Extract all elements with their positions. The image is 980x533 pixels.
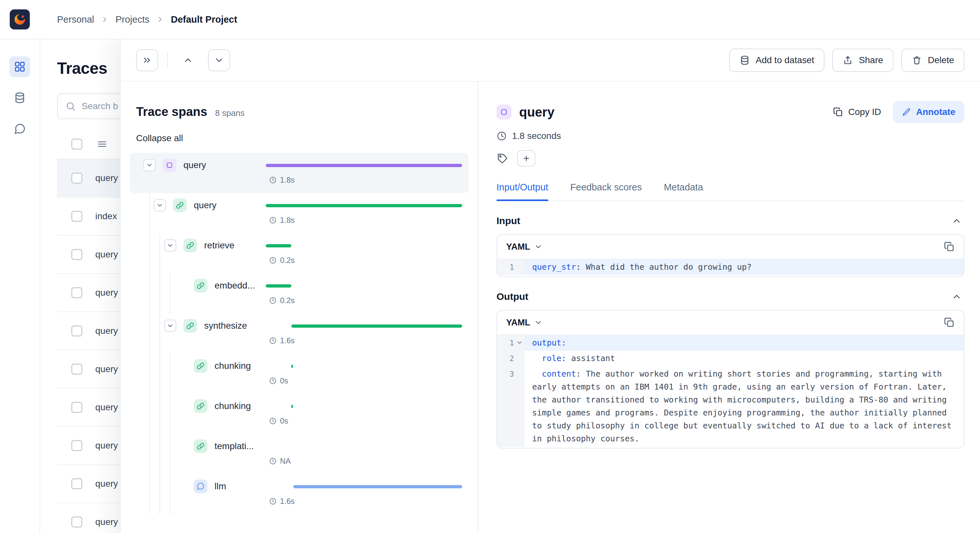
chevron-down-icon xyxy=(167,242,174,249)
comet-logo[interactable] xyxy=(10,10,30,30)
clock-icon xyxy=(269,377,277,385)
span-row[interactable]: embedd...0.2s xyxy=(130,273,469,314)
span-timeline: 1.8s xyxy=(266,156,462,193)
span-row[interactable]: query1.8s xyxy=(130,153,469,193)
span-name: chunking xyxy=(215,401,251,411)
span-name: query xyxy=(183,160,206,170)
row-checkbox[interactable] xyxy=(71,517,82,528)
duration-text: 0s xyxy=(280,376,288,385)
span-row-label-area: query xyxy=(136,156,266,174)
output-format-label: YAML xyxy=(506,318,530,328)
input-format-select[interactable]: YAML xyxy=(506,242,542,252)
share-button[interactable]: Share xyxy=(832,49,894,72)
input-codebox-header: YAML xyxy=(497,235,964,259)
collapse-output-icon[interactable] xyxy=(951,292,962,302)
collapse-span-button[interactable] xyxy=(164,320,176,332)
trace-icon xyxy=(163,159,176,172)
collapse-input-icon[interactable] xyxy=(951,216,962,226)
output-codebox: YAML 1output:2 role: assistant3 content:… xyxy=(496,310,964,449)
span-row[interactable]: chunking0s xyxy=(130,354,469,394)
span-row[interactable]: synthesize1.6s xyxy=(130,314,469,354)
clock-icon xyxy=(269,176,277,184)
sidebar-item-message[interactable] xyxy=(10,119,30,139)
collapse-all-button[interactable]: Collapse all xyxy=(136,133,183,143)
search-icon xyxy=(65,101,76,111)
row-checkbox[interactable] xyxy=(71,364,82,374)
duration-text: 1.8 seconds xyxy=(512,131,561,141)
span-duration: 1.6s xyxy=(269,497,294,506)
top-bar: PersonalProjectsDefault Project xyxy=(0,0,980,40)
output-code: 1output:2 role: assistant3 content: The … xyxy=(497,335,964,448)
span-row[interactable]: chunking0s xyxy=(130,394,469,434)
trash-icon xyxy=(912,55,922,65)
trace-spans-panel: Trace spans 8 spans Collapse all query1.… xyxy=(121,82,478,533)
row-checkbox[interactable] xyxy=(71,249,82,260)
row-checkbox[interactable] xyxy=(71,478,82,489)
row-checkbox[interactable] xyxy=(71,325,82,336)
span-duration: NA xyxy=(269,457,291,466)
fold-icon[interactable] xyxy=(516,339,523,346)
input-code: 1query_str: What did the author do growi… xyxy=(497,259,964,276)
chevron-down-icon xyxy=(534,243,542,251)
span-row-label-area: query xyxy=(136,196,266,214)
sidebar-item-database[interactable] xyxy=(10,87,30,108)
span-row[interactable]: query1.8s xyxy=(130,193,469,233)
tab-feedback-scores[interactable]: Feedback scores xyxy=(570,182,642,200)
clock-icon xyxy=(269,497,277,505)
duration-bar xyxy=(291,324,462,328)
add-to-dataset-button[interactable]: Add to dataset xyxy=(729,49,825,72)
row-checkbox[interactable] xyxy=(71,173,82,184)
prev-trace-button[interactable] xyxy=(177,49,199,71)
breadcrumb-item[interactable]: Projects xyxy=(115,14,150,25)
row-checkbox[interactable] xyxy=(71,440,82,451)
span-duration: 0.2s xyxy=(269,296,294,305)
breadcrumb: PersonalProjectsDefault Project xyxy=(57,14,237,25)
copy-icon xyxy=(833,107,843,117)
add-tag-button[interactable] xyxy=(517,150,535,167)
line-number-text: 2 xyxy=(509,352,514,365)
row-checkbox[interactable] xyxy=(71,402,82,413)
span-timeline: 1.6s xyxy=(266,317,462,354)
collapse-span-button[interactable] xyxy=(154,199,166,211)
row-checkbox[interactable] xyxy=(71,211,82,222)
copy-output-icon[interactable] xyxy=(944,317,955,328)
body: Traces queryindexqueryqueryqueryqueryque… xyxy=(0,40,980,533)
collapse-span-button[interactable] xyxy=(164,239,176,252)
span-duration: 0s xyxy=(269,376,288,385)
detail-tabs: Input/OutputFeedback scoresMetadata xyxy=(496,182,964,201)
detail-tags xyxy=(496,150,964,167)
expand-panel-button[interactable] xyxy=(136,49,158,71)
next-trace-button[interactable] xyxy=(208,49,230,71)
sidebar-item-grid[interactable] xyxy=(10,56,30,77)
copy-id-button[interactable]: Copy ID xyxy=(826,102,888,122)
span-row[interactable]: llm1.6s xyxy=(130,474,469,514)
clock-icon xyxy=(269,257,277,264)
span-row[interactable]: retrieve0.2s xyxy=(130,233,469,273)
line-number: 2 xyxy=(497,351,524,366)
tab-metadata[interactable]: Metadata xyxy=(664,182,703,200)
select-all-checkbox[interactable] xyxy=(71,139,82,150)
row-checkbox[interactable] xyxy=(71,287,82,298)
span-duration: 0.2s xyxy=(269,256,294,265)
duration-bar xyxy=(266,204,462,207)
delete-button[interactable]: Delete xyxy=(901,49,964,72)
duration-bar xyxy=(266,164,462,167)
collapse-span-button[interactable] xyxy=(143,159,156,171)
span-timeline: 1.6s xyxy=(266,477,462,514)
share-icon xyxy=(843,55,853,65)
tab-input-output[interactable]: Input/Output xyxy=(496,182,548,200)
output-format-select[interactable]: YAML xyxy=(506,318,542,328)
output-codebox-header: YAML xyxy=(497,311,964,335)
span-name: chunking xyxy=(215,361,251,371)
breadcrumb-item[interactable]: Default Project xyxy=(171,14,237,25)
copy-input-icon[interactable] xyxy=(944,241,955,252)
span-timeline: 0s xyxy=(266,357,462,394)
trace-row-label: query xyxy=(95,517,118,527)
span-row[interactable]: templati...NA xyxy=(130,434,469,474)
span-icon xyxy=(183,319,197,333)
columns-menu-icon[interactable] xyxy=(97,139,108,150)
trace-row-label: query xyxy=(95,249,118,260)
annotate-button[interactable]: Annotate xyxy=(893,101,964,123)
chevron-right-icon xyxy=(156,15,164,24)
breadcrumb-item[interactable]: Personal xyxy=(57,14,94,25)
